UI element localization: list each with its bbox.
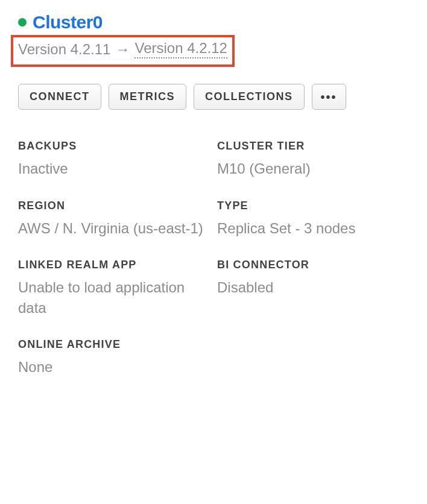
version-to: Version 4.2.12 [134,40,227,58]
action-button-row: CONNECT METRICS COLLECTIONS ••• [18,84,409,110]
region-value: AWS / N. Virginia (us-east-1) [18,218,210,239]
version-upgrade-highlight: Version 4.2.11 → Version 4.2.12 [11,35,235,67]
more-options-button[interactable]: ••• [312,84,346,110]
version-text: Version 4.2.11 → Version 4.2.12 [18,40,227,58]
type-value: Replica Set - 3 nodes [217,218,409,239]
bi-connector-block: BI CONNECTOR Disabled [217,259,409,318]
linked-realm-app-block: LINKED REALM APP Unable to load applicat… [18,259,210,318]
region-label: REGION [18,200,210,212]
backups-label: BACKUPS [18,140,210,153]
connect-button[interactable]: CONNECT [18,84,101,110]
linked-realm-app-value: Unable to load application data [18,277,210,318]
region-block: REGION AWS / N. Virginia (us-east-1) [18,200,210,239]
type-block: TYPE Replica Set - 3 nodes [217,200,409,239]
type-label: TYPE [217,200,409,212]
backups-value: Inactive [18,159,210,179]
collections-button[interactable]: COLLECTIONS [194,84,305,110]
online-archive-block: ONLINE ARCHIVE None [18,338,210,377]
metrics-button[interactable]: METRICS [109,84,187,110]
bi-connector-label: BI CONNECTOR [217,259,409,271]
online-archive-value: None [18,357,210,377]
online-archive-label: ONLINE ARCHIVE [18,338,210,351]
status-dot-icon [18,18,27,27]
cluster-name-link[interactable]: Cluster0 [33,12,103,33]
backups-block: BACKUPS Inactive [18,140,210,179]
cluster-tier-label: CLUSTER TIER [217,140,409,153]
bi-connector-value: Disabled [217,277,409,298]
cluster-tier-value: M10 (General) [217,159,409,179]
arrow-right-icon: → [115,41,130,58]
cluster-info-grid: BACKUPS Inactive CLUSTER TIER M10 (Gener… [18,140,409,377]
cluster-tier-block: CLUSTER TIER M10 (General) [217,140,409,179]
cluster-header: Cluster0 [18,12,409,33]
version-from: Version 4.2.11 [18,41,110,58]
linked-realm-app-label: LINKED REALM APP [18,259,210,271]
